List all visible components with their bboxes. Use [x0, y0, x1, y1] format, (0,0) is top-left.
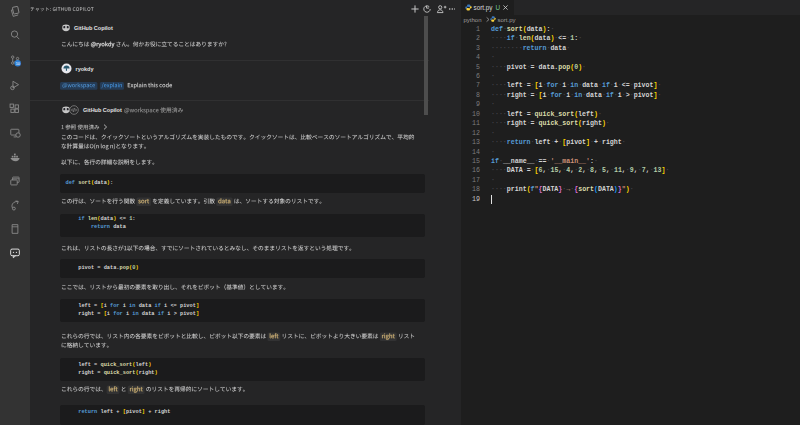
svg-text:10: 10: [16, 62, 20, 66]
